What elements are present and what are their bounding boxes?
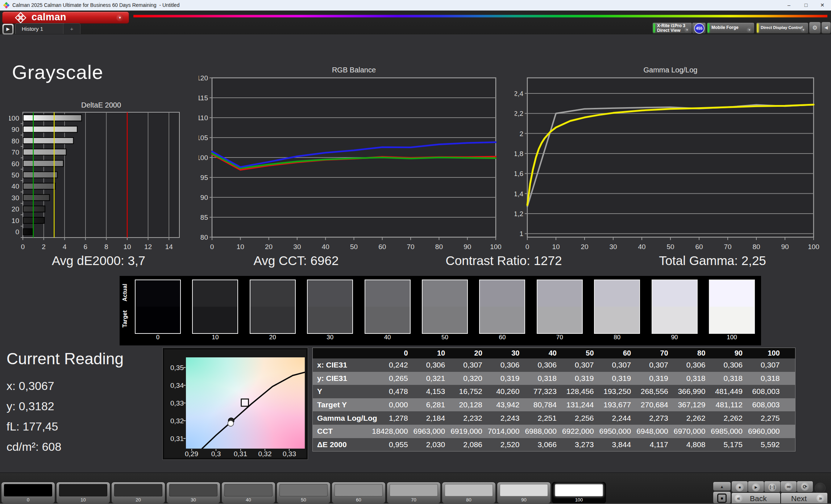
patch-color-50 [279, 484, 328, 496]
patch-button-50[interactable]: 50 [277, 482, 331, 504]
deltae-bar-0 [23, 229, 33, 235]
tab-history-1[interactable]: History 1 [15, 23, 69, 34]
meter-dropdown[interactable]: X-Rite i1Pro 3 Direct View ▼ [652, 22, 692, 34]
transport-single-measure-button[interactable]: [··] [764, 481, 781, 492]
swatch-target-0 [136, 307, 180, 333]
table-cell: 608,003 [758, 385, 795, 398]
source-dropdown[interactable]: Mobile Forge ▼ [707, 22, 755, 34]
settings-button[interactable]: ⚙ [809, 22, 821, 34]
table-cell: 0,000 [386, 398, 423, 412]
swatch-target-70 [537, 307, 582, 333]
cie-ytick-label: 0,33 [165, 399, 184, 407]
transport-refresh-button[interactable]: ⟳ [797, 481, 813, 492]
chevron-down-icon[interactable]: ▼ [684, 28, 690, 33]
patch-button-20[interactable]: 20 [111, 482, 165, 504]
transport-play-button[interactable]: ▶ [748, 481, 764, 492]
svg-text:14: 14 [165, 243, 173, 251]
chevron-down-icon[interactable]: ▼ [747, 28, 752, 33]
close-button[interactable]: ✕ [814, 0, 830, 10]
table-cell: 0,319 [609, 372, 647, 385]
patch-button-70[interactable]: 70 [387, 482, 441, 504]
cie-ytick-label: 0,35 [165, 364, 184, 372]
patch-button-40[interactable]: 40 [221, 482, 275, 504]
stop-icon: ■ [736, 483, 744, 491]
table-cell: 0,306 [535, 358, 572, 372]
cie-xtick-label: 0,29 [181, 450, 203, 458]
patch-window-button[interactable]: ■ [713, 491, 731, 504]
table-cell: 2,086 [460, 438, 498, 452]
cie-xtick-mark [240, 449, 241, 451]
display-control-dropdown[interactable]: Direct Display Control ▼ [756, 22, 809, 34]
table-cell: 0,306 [684, 358, 721, 372]
svg-text:0: 0 [21, 243, 25, 251]
transport-stop-button[interactable]: ■ [731, 481, 748, 492]
swatch-actual-40 [365, 280, 410, 307]
patch-button-80[interactable]: 80 [442, 482, 496, 504]
patch-button-label: 40 [222, 497, 275, 503]
swatch-level-label: 0 [135, 334, 181, 341]
minimize-button[interactable]: – [781, 0, 797, 10]
patch-button-10[interactable]: 10 [56, 482, 110, 504]
swatch-30 [307, 280, 353, 334]
table-cell: 2,243 [498, 411, 535, 425]
swatch-level-label: 60 [479, 334, 525, 341]
svg-text:DeltaE 2000: DeltaE 2000 [81, 102, 121, 109]
table-cell: 0,306 [498, 358, 535, 372]
swatch-actual-20 [250, 280, 295, 307]
stat-avg-de2000: Avg dE2000: 3,7 [52, 253, 145, 268]
patch-button-0[interactable]: 0 [1, 482, 55, 504]
svg-text:30: 30 [293, 243, 301, 251]
svg-text:0: 0 [210, 243, 214, 251]
table-col-header: 0 [386, 348, 423, 358]
table-cell: 0,319 [646, 372, 684, 385]
gamma-loglog-chart: Gamma Log/Log11,21,41,61,822,22,40102030… [515, 66, 831, 254]
patch-color-10 [59, 484, 107, 496]
cie-ytick-label: 0,34 [165, 382, 184, 390]
cie-xtick-label: 0,32 [254, 450, 276, 458]
patch-button-90[interactable]: 90 [497, 482, 551, 504]
logo-dropdown-icon[interactable]: ▼ [116, 14, 124, 21]
chevron-down-icon[interactable]: ▼ [801, 28, 806, 33]
swatch-actual-70 [537, 280, 582, 307]
swatch-target-40 [365, 307, 410, 333]
tab-scroll-button[interactable]: ▶ [2, 24, 14, 35]
deltae-bar-20 [23, 206, 45, 212]
meter-badge-button[interactable]: 455 [692, 22, 706, 34]
collapse-panel-button[interactable]: ◀ [821, 22, 831, 34]
swatch-70 [537, 280, 583, 334]
cie-xy-chart: 0,310,320,330,340,350,290,30,310,320,33 [162, 348, 308, 460]
next-button[interactable]: Next » [781, 492, 828, 504]
patch-button-100[interactable]: 100 [552, 482, 606, 504]
swatch-40 [365, 280, 411, 334]
calman-menu-button[interactable]: calman ▼ [2, 12, 129, 24]
svg-text:2,4: 2,4 [515, 90, 523, 97]
swatch-level-label: 90 [652, 334, 698, 341]
patch-button-30[interactable]: 30 [166, 482, 220, 504]
maximize-button[interactable]: □ [798, 0, 814, 10]
table-cell: 0,306 [423, 358, 461, 372]
swatch-actual-100 [710, 280, 754, 307]
svg-text:70: 70 [407, 243, 415, 251]
add-tab-button[interactable]: + [63, 23, 80, 34]
transport-continuous-button[interactable]: ∞ [780, 481, 797, 492]
swatch-actual-60 [480, 280, 524, 307]
back-button[interactable]: « Back [731, 492, 781, 504]
svg-text:110: 110 [199, 114, 208, 122]
table-cell: 0,318 [720, 372, 758, 385]
patch-size-up-button[interactable]: ▲ [713, 482, 731, 491]
patch-button-60[interactable]: 60 [332, 482, 386, 504]
cie-ytick-mark [183, 420, 186, 421]
table-col-header: 40 [535, 348, 572, 358]
table-row-label: Gamma Log/Log [313, 411, 386, 425]
deltae-bar-30 [23, 194, 50, 201]
swatch-level-label: 10 [192, 334, 238, 341]
cie-xtick-label: 0,31 [230, 450, 252, 458]
cie-xtick-mark [191, 449, 192, 451]
swatch-target-80 [595, 307, 639, 333]
table-col-header: 50 [572, 348, 609, 358]
calman-logo-label: calman [32, 12, 66, 23]
svg-text:60: 60 [12, 160, 19, 168]
main-toolbar: calman ▼ ▶ History 1 + X-Rite i1Pro 3 Di… [0, 10, 831, 34]
up-arrow-icon: ▲ [720, 484, 724, 489]
table-cell: 0,307 [572, 358, 609, 372]
